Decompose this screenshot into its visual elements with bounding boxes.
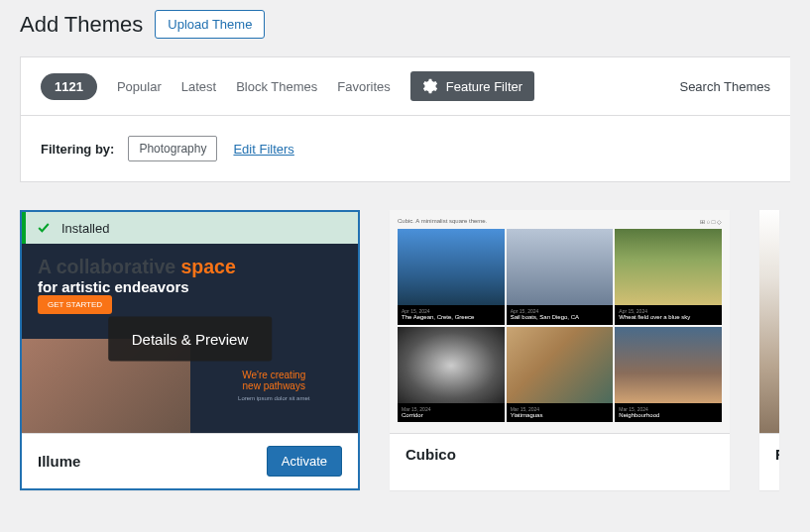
preview-cta: GET STARTED	[38, 295, 112, 314]
tab-favorites[interactable]: Favorites	[337, 79, 390, 94]
tile-title: The Aegean, Crete, Greece	[402, 314, 474, 320]
themes-grid: Installed A collaborative space for arti…	[20, 210, 790, 490]
filter-bar: 1121 Popular Latest Block Themes Favorit…	[20, 56, 790, 116]
sub-filter-bar: Filtering by: Photography Edit Filters	[20, 116, 790, 182]
preview-right-b: creating	[271, 370, 306, 380]
tile-title: Sail boats, San Diego, CA	[511, 314, 579, 320]
filter-tag-photography[interactable]: Photography	[128, 136, 217, 161]
upload-theme-button[interactable]: Upload Theme	[155, 10, 265, 39]
installed-banner: Installed	[22, 212, 358, 244]
preview-right-a: We're	[242, 370, 268, 380]
filtering-by-label: Filtering by:	[41, 142, 114, 157]
preview-subhead: for artistic endeavors	[38, 278, 342, 295]
theme-card-illume[interactable]: Installed A collaborative space for arti…	[20, 210, 360, 490]
tile-title: Neighbourhood	[619, 412, 659, 418]
theme-name: Cubico	[405, 446, 456, 463]
preview-headline: A collaborative	[38, 256, 175, 277]
search-themes-label[interactable]: Search Themes	[679, 79, 770, 94]
edit-filters-link[interactable]: Edit Filters	[233, 142, 293, 157]
theme-screenshot[interactable]: A collaborative space for artistic endea…	[22, 244, 358, 433]
cubico-tagline: Cubic. A minimalist square theme.	[398, 218, 487, 225]
feature-filter-label: Feature Filter	[446, 79, 522, 94]
theme-card-footer: Cubico	[390, 433, 730, 475]
theme-count-badge: 1121	[41, 73, 97, 100]
theme-card-cubico[interactable]: Cubic. A minimalist square theme. ⊞ ○ □ …	[390, 210, 730, 490]
activate-button[interactable]: Activate	[267, 446, 342, 477]
feature-filter-button[interactable]: Feature Filter	[410, 71, 534, 101]
tile-title: Corridor	[402, 412, 423, 418]
details-preview-button[interactable]: Details & Preview	[108, 316, 273, 361]
theme-name: F	[775, 446, 779, 463]
gear-icon	[422, 78, 438, 94]
tile-title: Wheat field over a blue sky	[619, 314, 690, 320]
tile-title: Yiatimaguas	[511, 412, 543, 418]
theme-card-footer: F	[759, 433, 779, 475]
installed-label: Installed	[61, 221, 109, 236]
tab-block-themes[interactable]: Block Themes	[236, 79, 317, 94]
theme-card-footer: Illume Activate	[22, 433, 358, 488]
tab-latest[interactable]: Latest	[181, 79, 216, 94]
cubico-icons: ⊞ ○ □ ◇	[700, 218, 722, 225]
theme-screenshot[interactable]	[759, 210, 779, 433]
theme-card-partial[interactable]: F	[759, 210, 779, 490]
preview-right-c: new pathways	[243, 380, 305, 391]
theme-screenshot[interactable]: Cubic. A minimalist square theme. ⊞ ○ □ …	[390, 210, 730, 433]
checkmark-icon	[36, 220, 52, 236]
preview-headline-accent: space	[181, 256, 236, 277]
theme-name: Illume	[38, 453, 80, 470]
page-title: Add Themes	[20, 12, 143, 38]
page-header: Add Themes Upload Theme	[20, 10, 790, 39]
tab-popular[interactable]: Popular	[117, 79, 162, 94]
